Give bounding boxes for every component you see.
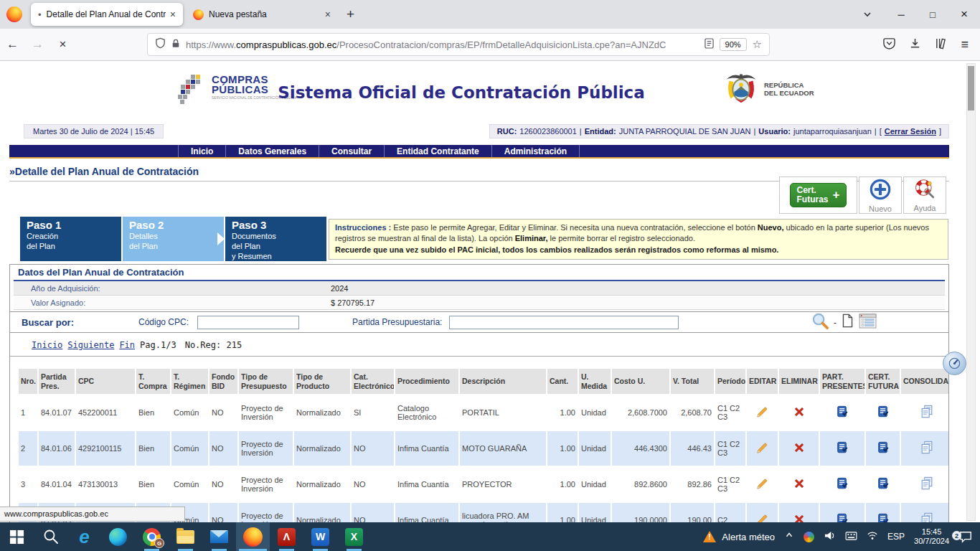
editar-button[interactable] [747, 431, 778, 466]
list-all-tabs-icon[interactable] [862, 9, 872, 19]
shield-icon[interactable] [155, 37, 166, 52]
ayuda-button[interactable]: Ayuda [903, 176, 946, 214]
forward-button[interactable]: → [25, 37, 50, 52]
lock-icon[interactable] [171, 38, 180, 52]
floating-widget[interactable] [943, 352, 966, 375]
taskbar-search-button[interactable] [34, 522, 67, 551]
clear-page-icon[interactable] [841, 313, 854, 331]
clock[interactable]: 15:45 30/7/2024 [914, 527, 949, 546]
nuevo-button[interactable]: Nuevo [859, 176, 902, 214]
republic-text: REPÚBLICA [764, 81, 814, 89]
scrollbar[interactable] [966, 63, 976, 521]
library-icon[interactable] [935, 37, 947, 52]
stop-button[interactable]: × [50, 37, 75, 52]
firefox-taskbar-icon[interactable] [236, 522, 270, 551]
cell-fondo: NO [209, 503, 237, 522]
step-3[interactable]: Paso 3Documentos del Plan y Resumen [225, 217, 326, 261]
volume-icon[interactable] [824, 530, 836, 544]
firefox-app-icon[interactable] [6, 6, 22, 22]
cert-futura-button[interactable] [866, 467, 900, 501]
eliminar-button[interactable] [779, 503, 819, 522]
part-presentes-button[interactable] [820, 431, 864, 466]
edge-icon[interactable] [101, 522, 135, 551]
search-bar: Buscar por: Código CPC: Partida Presupue… [10, 311, 948, 333]
cerrar-sesion-link[interactable]: Cerrar Sesión [885, 127, 936, 136]
editar-button[interactable] [747, 395, 778, 430]
keyboard-icon[interactable] [845, 530, 857, 543]
start-button[interactable] [0, 522, 34, 551]
cell-tipo-producto: Normalizado [294, 467, 350, 501]
date-time-bar: Martes 30 de Julio de 2024 | 15:45 [24, 124, 164, 138]
zoom-level-badge[interactable]: 90% [720, 38, 747, 51]
partida-input[interactable] [449, 316, 679, 329]
pagination-inicio-link[interactable]: Inicio [32, 340, 62, 350]
editar-button[interactable] [747, 503, 778, 522]
word-icon[interactable]: W [303, 522, 337, 551]
scrollbar-thumb[interactable] [968, 66, 974, 110]
internet-explorer-icon[interactable]: e [67, 522, 101, 551]
tray-app-icon[interactable] [804, 532, 814, 542]
part-presentes-button[interactable] [820, 503, 864, 522]
consolidar-button[interactable] [901, 431, 949, 466]
pac-table-head: Nro.Partida Pres.CPCT. CompraT. RégimenF… [19, 369, 949, 394]
cell-partida: 84.01.07 [39, 395, 75, 430]
cell-t-regimen: Común [171, 395, 208, 430]
downloads-icon[interactable] [909, 37, 921, 52]
cert-futura-button[interactable] [866, 395, 900, 430]
cell-cat: NO [352, 467, 394, 501]
eliminar-button[interactable] [779, 467, 819, 501]
pocket-icon[interactable] [883, 37, 895, 52]
cert-futuras-button[interactable]: Cert.Futuras + [790, 183, 847, 207]
back-button[interactable]: ← [0, 37, 25, 52]
pagination-fin-link[interactable]: Fin [119, 340, 135, 350]
menu-icon[interactable]: ≡ [961, 37, 969, 52]
excel-icon[interactable]: X [337, 522, 371, 551]
nav-item-2[interactable]: Datos Generales [226, 145, 319, 157]
step-2[interactable]: Paso 2Detalles del Plan [123, 217, 224, 261]
nav-item-4[interactable]: Entidad Contratante [385, 145, 492, 157]
part-presentes-button[interactable] [820, 467, 864, 501]
eliminar-button[interactable] [779, 431, 819, 466]
col-header-20: CERT. FUTURA [866, 369, 900, 394]
weather-alert-widget[interactable]: Alerta méteo [703, 531, 775, 542]
part-presentes-button[interactable] [820, 395, 864, 430]
nav-item-1[interactable]: Inicio [178, 145, 226, 157]
instructions-box: Instrucciones : Este paso le permite Agr… [329, 219, 948, 260]
tab-nueva-pestana[interactable]: Nueva pestaña × [186, 3, 338, 26]
notification-center-icon[interactable]: 2 [958, 530, 973, 543]
step-1[interactable]: Paso 1Creación del Plan [20, 217, 121, 261]
consolidar-button[interactable] [901, 467, 949, 501]
tab-detalle-plan[interactable]: • Detalle del Plan Anual de Contr × [31, 3, 183, 26]
bookmark-star-icon[interactable]: ☆ [753, 38, 762, 51]
cpc-input[interactable] [197, 316, 299, 329]
consolidar-button[interactable] [901, 395, 949, 430]
chrome-icon[interactable]: G [135, 522, 169, 551]
valor-label: Valor Asignado: [14, 298, 85, 307]
reader-view-icon[interactable] [705, 38, 714, 52]
tab-close-icon[interactable]: × [325, 9, 331, 20]
list-view-icon[interactable] [859, 314, 877, 331]
search-icon[interactable] [811, 312, 829, 333]
mail-icon[interactable] [202, 522, 236, 551]
url-bar[interactable]: https://www.compraspublicas.gob.ec/Proce… [147, 33, 770, 56]
minimize-button[interactable]: ─ [885, 0, 917, 29]
tray-chevron-icon[interactable] [784, 530, 794, 543]
table-row: 184.01.07452200011BienComúnNOProyecto de… [19, 395, 949, 430]
eliminar-button[interactable] [779, 395, 819, 430]
language-indicator[interactable]: ESP [887, 532, 905, 542]
pagination-siguiente-link[interactable]: Siguiente [67, 340, 114, 350]
nav-item-5[interactable]: Administración [492, 145, 580, 157]
close-window-button[interactable]: × [948, 0, 980, 29]
col-header-15: V. Total [671, 369, 714, 394]
new-tab-button[interactable]: + [347, 6, 354, 22]
acrobat-icon[interactable]: Λ [270, 522, 303, 551]
cert-futura-button[interactable] [866, 503, 900, 522]
file-explorer-icon[interactable] [169, 522, 202, 551]
cert-futura-button[interactable] [866, 431, 900, 466]
consolidar-button[interactable] [901, 503, 949, 522]
maximize-button[interactable]: □ [917, 0, 948, 29]
tab-close-icon[interactable]: × [170, 9, 176, 20]
editar-button[interactable] [747, 467, 778, 501]
network-icon[interactable] [867, 530, 878, 543]
nav-item-3[interactable]: Consultar [319, 145, 385, 157]
